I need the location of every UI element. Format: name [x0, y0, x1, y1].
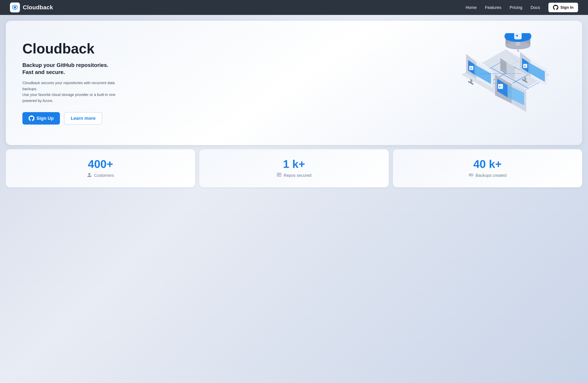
nav-logo: [10, 2, 20, 12]
main-wrapper: Cloudback Backup your GitHub repositorie…: [0, 15, 588, 192]
hero-card: Cloudback Backup your GitHub repositorie…: [6, 21, 582, 145]
hero-buttons: Sign Up Learn more: [22, 112, 122, 124]
signin-label: Sign In: [560, 5, 573, 10]
nav-brand-name: Cloudback: [23, 4, 53, 11]
stat-label-row-customers: Customers: [87, 172, 114, 178]
stats-section: 400+ Customers 1 k+ Repos secured: [6, 149, 582, 187]
nav-link-pricing[interactable]: Pricing: [510, 5, 522, 10]
hero-subtitle: Backup your GitHub repositories.Fast and…: [22, 62, 122, 76]
navbar: Cloudback Home Features Pricing Docs Sig…: [0, 0, 588, 15]
hero-illustration: ◂ ◂: [445, 33, 566, 133]
stat-label-repos: Repos secured: [284, 173, 312, 178]
stat-number-customers: 400+: [88, 158, 113, 170]
hero-title: Cloudback: [22, 41, 122, 56]
nav-link-home[interactable]: Home: [466, 5, 477, 10]
stat-number-repos: 1 k+: [283, 158, 305, 170]
backup-icon: [469, 172, 474, 178]
stat-card-repos: 1 k+ Repos secured: [199, 149, 389, 187]
learn-more-button[interactable]: Learn more: [64, 112, 102, 124]
stat-card-customers: 400+ Customers: [6, 149, 195, 187]
svg-text:◂: ◂: [470, 66, 471, 70]
svg-rect-59: [516, 42, 520, 46]
svg-text:◂: ◂: [499, 85, 500, 88]
stat-label-row-backups: Backups created: [469, 172, 506, 178]
stat-number-backups: 40 k+: [473, 158, 502, 170]
stat-card-backups: 40 k+ Backups created: [393, 149, 582, 187]
svg-text:◂: ◂: [524, 64, 525, 68]
nav-link-docs[interactable]: Docs: [531, 5, 540, 10]
signup-label: Sign Up: [37, 116, 54, 121]
stat-label-row-repos: Repos secured: [277, 172, 312, 178]
github-icon: [553, 5, 558, 10]
nav-brand: Cloudback: [10, 2, 53, 12]
svg-text:◂: ◂: [515, 33, 518, 38]
signup-button[interactable]: Sign Up: [22, 112, 60, 124]
nav-links: Home Features Pricing Docs Sign In: [466, 3, 578, 12]
repo-icon: [277, 172, 282, 178]
svg-rect-61: [517, 50, 519, 52]
hero-content: Cloudback Backup your GitHub repositorie…: [22, 41, 122, 124]
stat-label-backups: Backups created: [476, 173, 506, 178]
person-icon: [87, 172, 92, 178]
nav-link-features[interactable]: Features: [485, 5, 501, 10]
hero-description: Cloudback secures your repositories with…: [22, 80, 122, 104]
signin-button[interactable]: Sign In: [548, 3, 578, 12]
github-signup-icon: [29, 115, 34, 121]
stat-label-customers: Customers: [94, 173, 114, 178]
svg-rect-60: [517, 46, 520, 49]
